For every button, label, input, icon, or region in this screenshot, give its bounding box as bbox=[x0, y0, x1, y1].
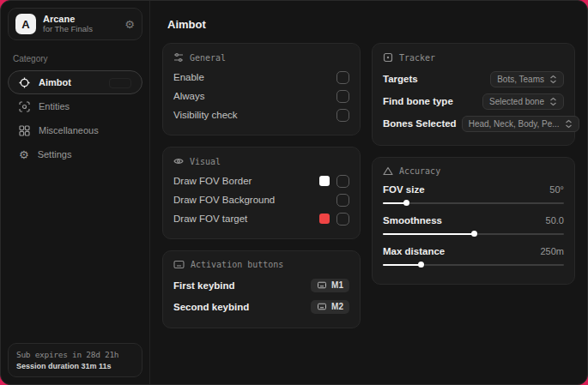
setting-row-fov-background: Draw FOV Background bbox=[173, 190, 349, 209]
scan-eye-icon bbox=[19, 101, 30, 112]
max-distance-slider[interactable] bbox=[383, 262, 564, 268]
page-title: Aimbot bbox=[167, 18, 575, 31]
setting-row-fov-target: Draw FOV target bbox=[173, 209, 349, 228]
card-header-label: Activation buttons bbox=[191, 260, 283, 269]
session-duration-text: Session duration 31m 11s bbox=[16, 362, 134, 370]
app-name: Arcane bbox=[43, 14, 118, 25]
keyboard-icon bbox=[317, 303, 327, 310]
always-checkbox[interactable] bbox=[336, 90, 349, 103]
keyboard-icon bbox=[317, 281, 327, 289]
crosshair-icon bbox=[19, 77, 30, 88]
fov-target-color-swatch[interactable] bbox=[319, 214, 330, 224]
setting-row-fov-border: Draw FOV Border bbox=[173, 171, 349, 190]
sidebar-item-miscellaneous[interactable]: Miscellaneous bbox=[8, 118, 142, 142]
general-card: General Enable Always Visibility check bbox=[162, 43, 361, 135]
select-value: Head, Neck, Body, Pe... bbox=[469, 119, 560, 129]
card-header-label: Tracker bbox=[399, 53, 435, 63]
smoothness-value: 50.0 bbox=[546, 215, 564, 226]
tracker-card: Tracker Targets Bots, Teams bbox=[372, 43, 575, 146]
targets-select[interactable]: Bots, Teams bbox=[490, 71, 564, 87]
smoothness-slider[interactable] bbox=[383, 231, 564, 238]
setting-row-find-bone-type: Find bone type Selected bone bbox=[383, 90, 564, 112]
sidebar-item-label: Settings bbox=[38, 149, 72, 159]
fov-size-slider[interactable] bbox=[383, 200, 564, 207]
setting-label: Smoothness bbox=[383, 215, 442, 226]
setting-row-always: Always bbox=[173, 87, 349, 105]
right-column: Tracker Targets Bots, Teams bbox=[372, 43, 575, 285]
brand-box: A Arcane for The Finals ⚙ bbox=[8, 8, 142, 40]
keybind-value: M2 bbox=[331, 302, 343, 311]
fov-background-checkbox[interactable] bbox=[336, 194, 349, 207]
setting-row-bones-selected: Bones Selected Head, Neck, Body, Pe... bbox=[383, 112, 564, 135]
setting-row-targets: Targets Bots, Teams bbox=[383, 68, 564, 90]
setting-label: Max distance bbox=[383, 246, 445, 256]
sub-expiry-text: Sub expires in 28d 21h bbox=[16, 350, 134, 359]
sidebar-item-label: Miscellaneous bbox=[39, 125, 99, 135]
setting-label: Targets bbox=[383, 74, 418, 84]
card-header-label: General bbox=[190, 53, 226, 63]
main-content: Aimbot General bbox=[150, 1, 587, 384]
sidebar-item-label: Entities bbox=[39, 101, 70, 111]
select-value: Selected bone bbox=[489, 97, 544, 106]
keybind-hint-badge bbox=[109, 78, 131, 88]
first-keybind-button[interactable]: M1 bbox=[311, 279, 349, 292]
app-logo: A bbox=[15, 14, 36, 34]
sidebar: A Arcane for The Finals ⚙ Category Aimbo… bbox=[1, 1, 150, 384]
setting-label: Always bbox=[173, 91, 204, 101]
card-header-label: Visual bbox=[190, 157, 221, 166]
gear-icon: ⚙ bbox=[19, 149, 29, 160]
setting-label: First keybind bbox=[173, 280, 235, 291]
find-bone-type-select[interactable]: Selected bone bbox=[482, 93, 564, 110]
sidebar-item-aimbot[interactable]: Aimbot bbox=[8, 70, 142, 94]
activation-buttons-card: Activation buttons First keybind M1 bbox=[162, 250, 361, 328]
setting-row-first-keybind: First keybind M1 bbox=[173, 274, 349, 296]
slider-thumb[interactable] bbox=[418, 262, 424, 268]
sidebar-item-settings[interactable]: ⚙ Settings bbox=[8, 142, 142, 166]
setting-label: Enable bbox=[173, 72, 204, 82]
setting-row-visibility-check: Visibility check bbox=[173, 105, 349, 124]
chevrons-up-down-icon bbox=[549, 75, 557, 84]
setting-row-fov-size: FOV size 50° bbox=[383, 181, 564, 198]
sidebar-item-label: Aimbot bbox=[39, 77, 71, 87]
visibility-check-checkbox[interactable] bbox=[336, 109, 349, 122]
slider-thumb[interactable] bbox=[471, 231, 477, 237]
enable-checkbox[interactable] bbox=[336, 71, 349, 84]
sidebar-item-entities[interactable]: Entities bbox=[8, 94, 142, 118]
setting-label: Find bone type bbox=[383, 96, 453, 106]
left-column: General Enable Always Visibility check bbox=[162, 43, 361, 328]
category-label: Category bbox=[13, 54, 137, 63]
setting-row-second-keybind: Second keybind M2 bbox=[173, 296, 349, 317]
card-header-label: Accuracy bbox=[399, 166, 440, 176]
app-subtitle: for The Finals bbox=[43, 25, 118, 34]
setting-label: FOV size bbox=[383, 184, 425, 195]
sliders-icon bbox=[173, 52, 184, 63]
gear-icon[interactable]: ⚙ bbox=[124, 19, 135, 30]
subscription-info-box: Sub expires in 28d 21h Session duration … bbox=[8, 343, 142, 377]
visual-card: Visual Draw FOV Border Draw FOV Backgrou… bbox=[162, 147, 361, 239]
accuracy-card: Accuracy FOV size 50° Smoothness 50.0 bbox=[372, 157, 575, 285]
slider-thumb[interactable] bbox=[403, 200, 409, 206]
sidebar-nav: Aimbot Entities bbox=[1, 70, 149, 166]
max-distance-value: 250m bbox=[540, 246, 564, 256]
fov-size-value: 50° bbox=[549, 184, 564, 195]
fov-target-checkbox[interactable] bbox=[336, 213, 349, 226]
chevrons-up-down-icon bbox=[565, 119, 573, 129]
setting-label: Second keybind bbox=[173, 302, 249, 312]
setting-label: Draw FOV Background bbox=[173, 195, 275, 205]
eye-icon bbox=[173, 156, 184, 166]
setting-label: Bones Selected bbox=[383, 118, 457, 129]
setting-row-smoothness: Smoothness 50.0 bbox=[383, 212, 564, 229]
target-square-icon bbox=[383, 52, 393, 63]
setting-label: Draw FOV Border bbox=[173, 176, 252, 186]
app-window: A Arcane for The Finals ⚙ Category Aimbo… bbox=[0, 0, 588, 385]
keybind-value: M1 bbox=[331, 280, 343, 290]
setting-row-enable: Enable bbox=[173, 68, 349, 87]
second-keybind-button[interactable]: M2 bbox=[311, 300, 349, 314]
fov-border-checkbox[interactable] bbox=[336, 175, 349, 188]
bones-selected-select[interactable]: Head, Neck, Body, Pe... bbox=[462, 116, 579, 132]
grid-icon bbox=[19, 125, 30, 136]
chevrons-up-down-icon bbox=[549, 97, 557, 106]
keyboard-icon bbox=[173, 260, 185, 269]
fov-border-color-swatch[interactable] bbox=[319, 176, 330, 186]
setting-row-max-distance: Max distance 250m bbox=[383, 243, 564, 260]
